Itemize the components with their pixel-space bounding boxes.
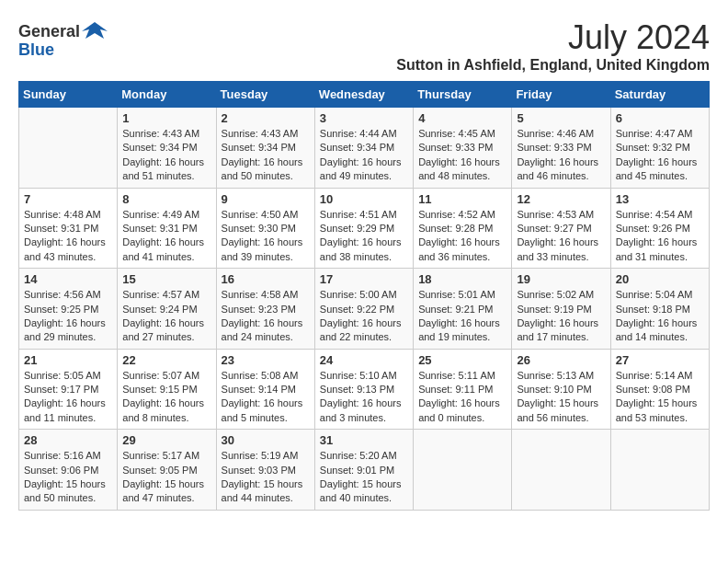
day-number: 13: [616, 192, 704, 206]
day-info: Sunrise: 4:56 AM Sunset: 9:25 PM Dayligh…: [24, 288, 112, 345]
day-info: Sunrise: 4:45 AM Sunset: 9:33 PM Dayligh…: [418, 127, 506, 184]
svg-marker-0: [82, 22, 108, 39]
calendar-cell: 12Sunrise: 4:53 AM Sunset: 9:27 PM Dayli…: [512, 188, 610, 269]
day-number: 15: [122, 272, 210, 286]
day-info: Sunrise: 5:05 AM Sunset: 9:17 PM Dayligh…: [24, 369, 112, 426]
day-number: 16: [222, 272, 310, 286]
day-info: Sunrise: 5:20 AM Sunset: 9:01 PM Dayligh…: [320, 449, 408, 506]
day-number: 28: [24, 433, 112, 447]
calendar-cell: 20Sunrise: 5:04 AM Sunset: 9:18 PM Dayli…: [610, 269, 709, 350]
month-title: July 2024: [396, 18, 710, 57]
day-info: Sunrise: 4:51 AM Sunset: 9:29 PM Dayligh…: [320, 208, 408, 265]
header-saturday: Saturday: [610, 82, 709, 108]
calendar-cell: 19Sunrise: 5:02 AM Sunset: 9:19 PM Dayli…: [512, 269, 610, 350]
calendar-cell: 24Sunrise: 5:10 AM Sunset: 9:13 PM Dayli…: [314, 349, 413, 430]
calendar-cell: 28Sunrise: 5:16 AM Sunset: 9:06 PM Dayli…: [19, 430, 118, 511]
calendar-cell: 23Sunrise: 5:08 AM Sunset: 9:14 PM Dayli…: [216, 349, 314, 430]
day-number: 24: [320, 353, 408, 367]
calendar-cell: 26Sunrise: 5:13 AM Sunset: 9:10 PM Dayli…: [512, 349, 610, 430]
day-info: Sunrise: 4:48 AM Sunset: 9:31 PM Dayligh…: [24, 208, 112, 265]
calendar-cell: 14Sunrise: 4:56 AM Sunset: 9:25 PM Dayli…: [19, 269, 118, 350]
page-header: General Blue July 2024 Sutton in Ashfiel…: [18, 18, 710, 74]
calendar-cell: 10Sunrise: 4:51 AM Sunset: 9:29 PM Dayli…: [314, 188, 413, 269]
day-number: 22: [122, 353, 210, 367]
calendar-cell: 8Sunrise: 4:49 AM Sunset: 9:31 PM Daylig…: [118, 188, 216, 269]
day-info: Sunrise: 5:00 AM Sunset: 9:22 PM Dayligh…: [320, 288, 408, 345]
day-info: Sunrise: 4:44 AM Sunset: 9:34 PM Dayligh…: [320, 127, 408, 184]
calendar-cell: 30Sunrise: 5:19 AM Sunset: 9:03 PM Dayli…: [216, 430, 314, 511]
calendar-cell: 6Sunrise: 4:47 AM Sunset: 9:32 PM Daylig…: [610, 108, 709, 189]
day-info: Sunrise: 4:53 AM Sunset: 9:27 PM Dayligh…: [517, 208, 605, 265]
calendar-cell: 11Sunrise: 4:52 AM Sunset: 9:28 PM Dayli…: [414, 188, 512, 269]
calendar-cell: [19, 108, 118, 189]
day-info: Sunrise: 4:57 AM Sunset: 9:24 PM Dayligh…: [122, 288, 210, 345]
day-info: Sunrise: 4:49 AM Sunset: 9:31 PM Dayligh…: [122, 208, 210, 265]
calendar-cell: 3Sunrise: 4:44 AM Sunset: 9:34 PM Daylig…: [314, 108, 413, 189]
calendar-cell: 22Sunrise: 5:07 AM Sunset: 9:15 PM Dayli…: [118, 349, 216, 430]
day-number: 7: [24, 192, 112, 206]
day-number: 31: [320, 433, 408, 447]
day-number: 9: [222, 192, 310, 206]
day-info: Sunrise: 5:16 AM Sunset: 9:06 PM Dayligh…: [24, 449, 112, 506]
calendar-cell: [414, 430, 512, 511]
day-number: 30: [222, 433, 310, 447]
day-number: 14: [24, 272, 112, 286]
calendar-cell: 1Sunrise: 4:43 AM Sunset: 9:34 PM Daylig…: [118, 108, 216, 189]
logo-text-blue: Blue: [18, 40, 54, 60]
calendar-week-4: 21Sunrise: 5:05 AM Sunset: 9:17 PM Dayli…: [19, 349, 710, 430]
day-info: Sunrise: 5:11 AM Sunset: 9:11 PM Dayligh…: [418, 369, 506, 426]
day-number: 20: [616, 272, 704, 286]
day-info: Sunrise: 4:47 AM Sunset: 9:32 PM Dayligh…: [616, 127, 704, 184]
day-info: Sunrise: 5:17 AM Sunset: 9:05 PM Dayligh…: [122, 449, 210, 506]
day-number: 8: [122, 192, 210, 206]
day-number: 10: [320, 192, 408, 206]
calendar-cell: 31Sunrise: 5:20 AM Sunset: 9:01 PM Dayli…: [314, 430, 413, 511]
day-number: 26: [517, 353, 605, 367]
day-number: 11: [418, 192, 506, 206]
header-tuesday: Tuesday: [216, 82, 314, 108]
header-friday: Friday: [512, 82, 610, 108]
header-row: Sunday Monday Tuesday Wednesday Thursday…: [19, 82, 710, 108]
day-number: 23: [222, 353, 310, 367]
title-section: July 2024 Sutton in Ashfield, England, U…: [396, 18, 710, 74]
calendar-cell: 27Sunrise: 5:14 AM Sunset: 9:08 PM Dayli…: [610, 349, 709, 430]
calendar-week-3: 14Sunrise: 4:56 AM Sunset: 9:25 PM Dayli…: [19, 269, 710, 350]
header-sunday: Sunday: [19, 82, 118, 108]
calendar-cell: 18Sunrise: 5:01 AM Sunset: 9:21 PM Dayli…: [414, 269, 512, 350]
day-info: Sunrise: 4:46 AM Sunset: 9:33 PM Dayligh…: [517, 127, 605, 184]
day-info: Sunrise: 5:14 AM Sunset: 9:08 PM Dayligh…: [616, 369, 704, 426]
day-info: Sunrise: 4:43 AM Sunset: 9:34 PM Dayligh…: [122, 127, 210, 184]
calendar-cell: 13Sunrise: 4:54 AM Sunset: 9:26 PM Dayli…: [610, 188, 709, 269]
calendar-table: Sunday Monday Tuesday Wednesday Thursday…: [18, 81, 710, 511]
calendar-cell: 16Sunrise: 4:58 AM Sunset: 9:23 PM Dayli…: [216, 269, 314, 350]
day-number: 2: [222, 111, 310, 125]
calendar-cell: 25Sunrise: 5:11 AM Sunset: 9:11 PM Dayli…: [414, 349, 512, 430]
day-number: 17: [320, 272, 408, 286]
day-info: Sunrise: 4:43 AM Sunset: 9:34 PM Dayligh…: [222, 127, 310, 184]
calendar-cell: 21Sunrise: 5:05 AM Sunset: 9:17 PM Dayli…: [19, 349, 118, 430]
day-number: 4: [418, 111, 506, 125]
day-info: Sunrise: 5:19 AM Sunset: 9:03 PM Dayligh…: [222, 449, 310, 506]
day-info: Sunrise: 5:08 AM Sunset: 9:14 PM Dayligh…: [222, 369, 310, 426]
day-number: 5: [517, 111, 605, 125]
day-info: Sunrise: 4:50 AM Sunset: 9:30 PM Dayligh…: [222, 208, 310, 265]
location-title: Sutton in Ashfield, England, United King…: [396, 57, 710, 74]
header-thursday: Thursday: [414, 82, 512, 108]
day-number: 1: [122, 111, 210, 125]
day-info: Sunrise: 4:58 AM Sunset: 9:23 PM Dayligh…: [222, 288, 310, 345]
calendar-cell: 7Sunrise: 4:48 AM Sunset: 9:31 PM Daylig…: [19, 188, 118, 269]
day-number: 3: [320, 111, 408, 125]
calendar-cell: 9Sunrise: 4:50 AM Sunset: 9:30 PM Daylig…: [216, 188, 314, 269]
day-number: 27: [616, 353, 704, 367]
day-number: 18: [418, 272, 506, 286]
calendar-cell: 17Sunrise: 5:00 AM Sunset: 9:22 PM Dayli…: [314, 269, 413, 350]
day-info: Sunrise: 5:02 AM Sunset: 9:19 PM Dayligh…: [517, 288, 605, 345]
logo-bird-icon: [82, 18, 108, 44]
header-wednesday: Wednesday: [314, 82, 413, 108]
day-number: 21: [24, 353, 112, 367]
day-number: 25: [418, 353, 506, 367]
logo-text-general: General: [18, 22, 80, 41]
day-info: Sunrise: 5:10 AM Sunset: 9:13 PM Dayligh…: [320, 369, 408, 426]
calendar-cell: 5Sunrise: 4:46 AM Sunset: 9:33 PM Daylig…: [512, 108, 610, 189]
day-number: 12: [517, 192, 605, 206]
